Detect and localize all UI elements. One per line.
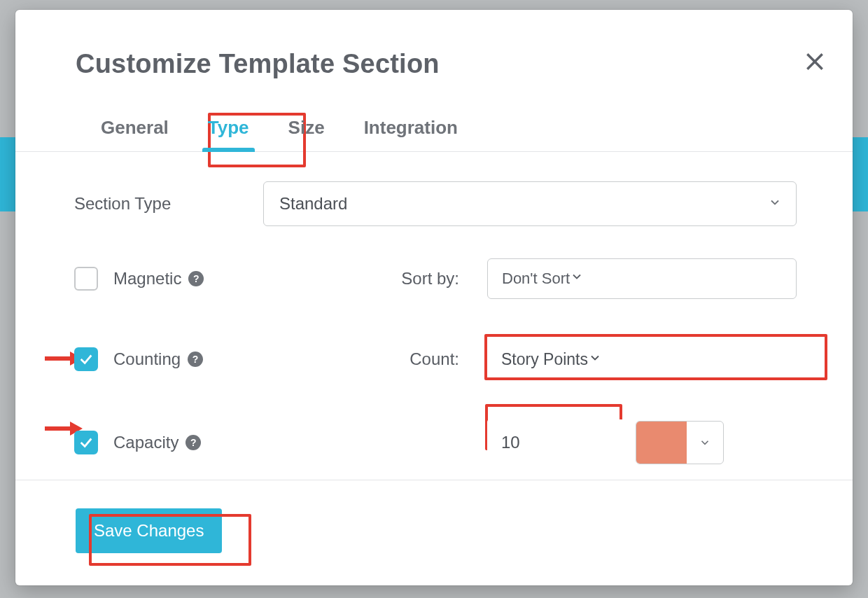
counting-label: Counting (113, 349, 181, 369)
chevron-down-icon (570, 270, 584, 288)
sort-by-label: Sort by: (340, 269, 459, 288)
help-icon[interactable]: ? (186, 435, 201, 450)
chevron-down-icon (687, 436, 723, 449)
section-type-value: Standard (279, 194, 347, 214)
chevron-down-icon (768, 194, 782, 214)
tab-integration[interactable]: Integration (361, 113, 461, 151)
capacity-input[interactable]: 10 (487, 419, 624, 466)
help-icon[interactable]: ? (188, 271, 204, 286)
section-type-label: Section Type (74, 194, 263, 214)
check-icon (78, 352, 94, 367)
tab-size[interactable]: Size (286, 113, 328, 151)
tab-general[interactable]: General (98, 113, 172, 151)
sort-by-value: Don't Sort (502, 270, 570, 288)
capacity-checkbox[interactable] (74, 431, 98, 454)
sort-by-select[interactable]: Don't Sort (487, 258, 797, 299)
capacity-label: Capacity (113, 433, 178, 452)
magnetic-checkbox[interactable] (74, 267, 98, 291)
color-swatch (636, 422, 687, 464)
chevron-down-icon (588, 350, 602, 369)
save-button[interactable]: Save Changes (76, 508, 222, 553)
tabs: General Type Size Integration (15, 100, 853, 152)
close-icon (804, 50, 826, 73)
section-type-select[interactable]: Standard (263, 181, 797, 226)
counting-checkbox[interactable] (74, 347, 98, 371)
capacity-color-picker[interactable] (636, 421, 724, 464)
count-select[interactable]: Story Points (487, 337, 797, 382)
capacity-value: 10 (501, 433, 520, 452)
check-icon (78, 435, 94, 450)
count-label: Count: (340, 349, 459, 369)
modal-title: Customize Template Section (76, 49, 811, 79)
count-value: Story Points (501, 350, 588, 369)
close-button[interactable] (799, 46, 830, 77)
tab-type[interactable]: Type (205, 113, 252, 151)
magnetic-label: Magnetic (113, 269, 181, 288)
help-icon[interactable]: ? (188, 352, 203, 367)
customize-template-modal: Customize Template Section General Type … (15, 10, 853, 585)
